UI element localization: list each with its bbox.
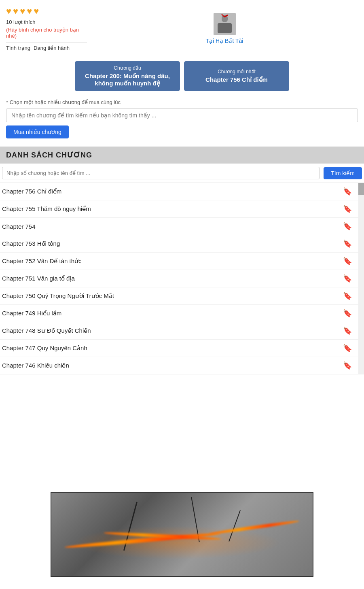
bookmark-icon[interactable]: 🔖 [343,274,352,283]
author-avatar[interactable] [214,13,236,35]
chapter-title: Chapter 750 Quý Trọng Người Trước Mắt [2,292,114,300]
chapter-nav: Chương đầu Chapter 200: Muốn nàng dâu, k… [0,57,364,95]
bookmark-icon[interactable]: 🔖 [343,204,352,213]
list-item[interactable]: Chapter 747 Quy Nguyên Cảnh 🔖 [0,340,364,357]
chapter-title: Chapter 753 Hồi tông [2,240,60,247]
chapter-list-header: DANH SÁCH CHƯƠNG [0,147,364,164]
svg-rect-2 [218,23,232,33]
heart-1[interactable]: ♥ [6,6,11,17]
hearts-row: ♥ ♥ ♥ ♥ ♥ [6,6,87,17]
heart-4[interactable]: ♥ [27,6,32,17]
bookmark-icon[interactable]: 🔖 [343,257,352,266]
list-item[interactable]: Chapter 746 Khiêu chiến 🔖 [0,357,364,374]
bookmark-icon[interactable]: 🔖 [343,326,352,335]
list-item[interactable]: Chapter 749 Hiểu lầm 🔖 [0,305,364,322]
author-name[interactable]: Tại Hạ Bất Tài [206,38,243,44]
chapter-title: Chapter 754 [2,223,36,230]
author-avatar-image [214,13,236,35]
likes-count: 10 lượt thích [6,19,35,25]
scrollbar-thumb[interactable] [358,183,364,195]
list-item[interactable]: Chapter 755 Thăm dò nguy hiểm 🔖 [0,200,364,218]
top-section: ♥ ♥ ♥ ♥ ♥ 10 lượt thích (Hãy bình chọn c… [0,0,364,57]
list-item[interactable]: Chapter 752 Vân Đế tàn thức 🔖 [0,253,364,270]
chapter-search-bar: Tìm kiếm [0,164,364,183]
chapter-title: Chapter 749 Hiểu lầm [2,310,61,317]
chapter-title: Chapter 747 Quy Nguyên Cảnh [2,344,87,352]
chapter-number-search-input[interactable] [2,167,320,179]
latest-chapter-label: Chương mới nhất [192,69,281,74]
bookmark-icon[interactable]: 🔖 [343,361,352,370]
bookmark-icon[interactable]: 🔖 [343,187,352,196]
buy-many-chapters-button[interactable]: Mua nhiều chương [6,125,69,138]
bookmark-icon[interactable]: 🔖 [343,239,352,248]
heart-5[interactable]: ♥ [34,6,39,17]
bookmark-icon[interactable]: 🔖 [343,309,352,318]
list-item[interactable]: Chapter 748 Sư Đồ Quyết Chiến 🔖 [0,322,364,340]
chapter-title: Chapter 751 Vân gia tổ địa [2,275,75,282]
latest-chapter-title: Chapter 756 Chỉ điểm [192,76,281,83]
status-value: Đang tiến hành [34,45,70,51]
chapter-title: Chapter 748 Sư Đồ Quyết Chiến [2,327,91,334]
first-chapter-title: Chapter 200: Muốn nàng dâu, không muốn h… [83,72,172,87]
status-row: Tình trạng Đang tiến hành [6,42,87,51]
author-section: Tại Hạ Bất Tài [89,4,360,53]
first-chapter-label: Chương đầu [83,65,172,71]
likes-note: (Hãy bình chọn cho truyện bạn nhé) [6,27,87,39]
list-item[interactable]: Chapter 754 🔖 [0,218,364,235]
heart-2[interactable]: ♥ [13,6,18,17]
chapter-title: Chapter 752 Vân Đế tàn thức [2,257,82,265]
bottom-image-wrapper [0,488,364,577]
status-label: Tình trạng [6,45,30,51]
chapter-title: Chapter 746 Khiêu chiến [2,362,69,369]
bookmark-icon[interactable]: 🔖 [343,222,352,231]
left-info: ♥ ♥ ♥ ♥ ♥ 10 lượt thích (Hãy bình chọn c… [4,4,89,53]
list-item[interactable]: Chapter 753 Hồi tông 🔖 [0,235,364,253]
chapter-search-button[interactable]: Tìm kiếm [324,167,362,179]
list-item[interactable]: Chapter 756 Chỉ điểm 🔖 [0,183,364,200]
bookmark-icon[interactable]: 🔖 [343,291,352,300]
bookmark-icon[interactable]: 🔖 [343,344,352,353]
buy-note: * Chọn một hoặc nhiều chương để mua cùng… [6,99,358,105]
list-item[interactable]: Chapter 751 Vân gia tổ địa 🔖 [0,270,364,287]
buy-section: * Chọn một hoặc nhiều chương để mua cùng… [0,95,364,142]
first-chapter-button[interactable]: Chương đầu Chapter 200: Muốn nàng dâu, k… [75,61,180,91]
chapter-title: Chapter 756 Chỉ điểm [2,188,61,195]
list-item[interactable]: Chapter 750 Quý Trọng Người Trước Mắt 🔖 [0,287,364,305]
latest-chapter-button[interactable]: Chương mới nhất Chapter 756 Chỉ điểm [184,61,289,91]
heart-3[interactable]: ♥ [20,6,25,17]
chapter-title: Chapter 755 Thăm dò nguy hiểm [2,205,91,213]
likes-row: 10 lượt thích (Hãy bình chọn cho truyện … [6,19,87,39]
chapter-search-buy-input[interactable] [6,108,358,122]
bottom-manga-image [51,492,313,577]
white-space [0,374,364,488]
chapter-list-container: Chapter 756 Chỉ điểm 🔖 Chapter 755 Thăm … [0,183,364,374]
scrollbar-track[interactable] [358,183,364,374]
